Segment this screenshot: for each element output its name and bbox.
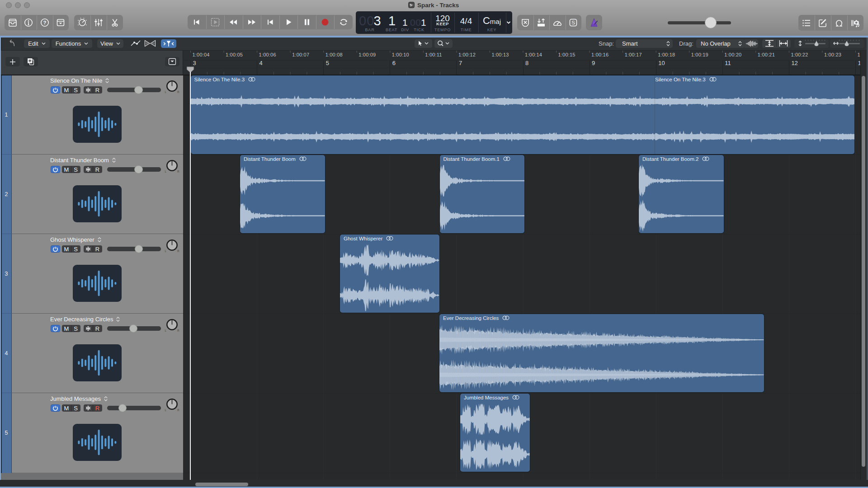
- svg-text:S: S: [571, 20, 575, 25]
- svg-text:?: ?: [43, 20, 46, 25]
